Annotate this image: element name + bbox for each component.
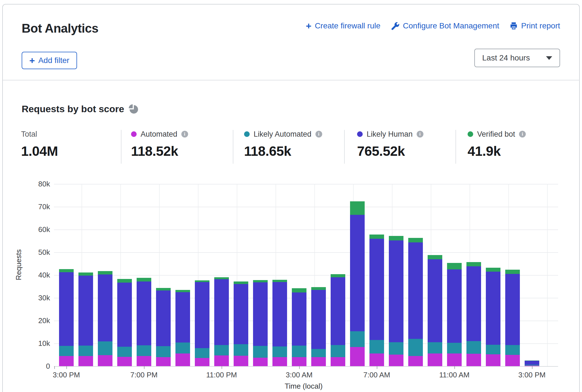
- axis-tick: [54, 366, 55, 369]
- bar-segment-verified_bot: [369, 235, 384, 239]
- bar[interactable]: [253, 280, 268, 366]
- stat-likely-automated: Likely Automated i 118.65k: [244, 129, 322, 159]
- axis-tick: [299, 366, 300, 369]
- bar[interactable]: [408, 238, 423, 366]
- bar[interactable]: [272, 280, 287, 366]
- bar[interactable]: [234, 281, 248, 366]
- print-report-link[interactable]: Print report: [509, 21, 560, 30]
- plus-icon: +: [306, 22, 312, 30]
- bar-segment-verified_bot: [331, 274, 345, 277]
- bar[interactable]: [195, 280, 209, 366]
- stat-divider: [121, 130, 121, 164]
- bar[interactable]: [447, 263, 462, 366]
- bar-segment-likely_automated: [389, 342, 403, 355]
- bar[interactable]: [156, 288, 171, 366]
- info-icon[interactable]: i: [519, 131, 526, 138]
- bar-segment-likely_automated: [292, 346, 306, 357]
- bar-segment-likely_automated: [253, 346, 268, 358]
- y-axis-tick-label: 30k: [30, 294, 50, 302]
- bar-segment-likely_automated: [78, 346, 93, 356]
- bar-segment-likely_human: [466, 266, 481, 341]
- bar-segment-verified_bot: [466, 262, 481, 266]
- bar[interactable]: [466, 262, 481, 366]
- horizontal-gridline: [54, 229, 558, 230]
- stat-verified-bot-label: Verified bot: [477, 130, 515, 139]
- bar-segment-likely_human: [137, 281, 151, 345]
- x-axis-tick-label: 11:00 AM: [429, 371, 480, 379]
- bar[interactable]: [331, 274, 345, 366]
- chevron-down-icon: [546, 56, 552, 60]
- bar[interactable]: [486, 268, 500, 366]
- bar-segment-automated: [486, 354, 500, 366]
- bar[interactable]: [292, 288, 306, 366]
- bar-segment-automated: [311, 357, 326, 366]
- stat-divider: [455, 130, 456, 164]
- y-axis-tick-label: 70k: [30, 202, 50, 211]
- horizontal-gridline: [54, 184, 558, 184]
- bar-segment-likely_human: [505, 274, 520, 345]
- bar-segment-likely_automated: [486, 345, 500, 354]
- axis-tick: [66, 366, 67, 369]
- y-axis-title: Requests: [14, 234, 23, 296]
- bar[interactable]: [137, 278, 151, 366]
- time-range-dropdown[interactable]: Last 24 hours: [474, 49, 560, 67]
- bar[interactable]: [428, 255, 442, 366]
- bar[interactable]: [389, 236, 403, 366]
- bar-segment-automated: [466, 354, 481, 366]
- bar[interactable]: [214, 277, 229, 366]
- bar-segment-automated: [156, 357, 171, 366]
- bar-segment-verified_bot: [505, 270, 520, 274]
- stat-automated-label: Automated: [141, 130, 177, 139]
- stat-likely-human-value: 765.52k: [357, 143, 423, 159]
- y-axis-tick-label: 40k: [30, 271, 50, 280]
- bar[interactable]: [525, 361, 539, 366]
- bar[interactable]: [505, 270, 520, 366]
- bar[interactable]: [59, 269, 74, 366]
- configure-bot-management-label: Configure Bot Management: [403, 21, 499, 30]
- bar-segment-likely_automated: [369, 340, 384, 353]
- bar[interactable]: [117, 279, 132, 366]
- bar-segment-likely_human: [486, 272, 500, 345]
- stat-divider: [233, 130, 233, 164]
- bar-segment-likely_human: [195, 282, 209, 348]
- y-axis-tick-label: 60k: [30, 225, 50, 234]
- create-firewall-rule-label: Create firewall rule: [315, 21, 380, 30]
- bar[interactable]: [369, 235, 384, 366]
- bar-segment-likely_automated: [137, 345, 151, 356]
- bar-segment-verified_bot: [389, 236, 403, 240]
- bar-segment-likely_automated: [311, 349, 326, 357]
- info-icon[interactable]: i: [181, 131, 188, 138]
- y-axis-tick-label: 80k: [30, 180, 50, 188]
- configure-bot-management-link[interactable]: Configure Bot Management: [391, 21, 499, 30]
- info-icon[interactable]: i: [315, 131, 322, 138]
- bar-segment-likely_human: [525, 361, 539, 365]
- x-axis-tick-label: 3:00 PM: [507, 371, 557, 379]
- bar-segment-likely_human: [98, 274, 112, 341]
- bar-segment-likely_automated: [350, 331, 365, 347]
- add-filter-button[interactable]: + Add filter: [22, 52, 77, 69]
- bar-segment-likely_human: [428, 259, 442, 342]
- bar-segment-verified_bot: [117, 279, 132, 283]
- stat-likely-automated-value: 118.65k: [244, 143, 322, 159]
- bar-segment-verified_bot: [311, 287, 326, 290]
- bar[interactable]: [350, 201, 365, 366]
- bar-segment-likely_automated: [117, 347, 132, 357]
- stat-automated: Automated i 118.52k: [131, 129, 188, 159]
- bot-analytics-page: Bot Analytics + Create firewall rule Con…: [0, 0, 582, 392]
- create-firewall-rule-link[interactable]: + Create firewall rule: [306, 21, 380, 30]
- bar-segment-verified_bot: [447, 263, 462, 269]
- bar[interactable]: [98, 271, 112, 366]
- bar-segment-likely_human: [117, 283, 132, 347]
- bar-segment-automated: [428, 353, 442, 366]
- bar-segment-likely_automated: [447, 343, 462, 353]
- horizontal-gridline: [54, 207, 558, 207]
- bar-segment-automated: [505, 355, 520, 366]
- bar-segment-likely_automated: [214, 345, 229, 355]
- axis-tick: [454, 366, 455, 369]
- bar[interactable]: [78, 272, 93, 366]
- bar[interactable]: [311, 287, 326, 366]
- info-icon[interactable]: i: [417, 131, 423, 138]
- bar[interactable]: [175, 290, 190, 366]
- axis-tick: [144, 366, 145, 369]
- likely-human-legend-dot: [357, 131, 363, 137]
